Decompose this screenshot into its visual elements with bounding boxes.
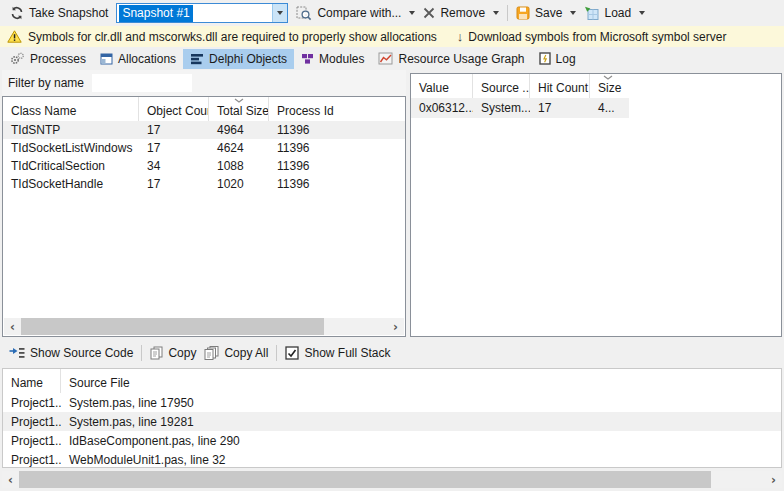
save-floppy-icon	[516, 6, 530, 20]
allocations-icon	[100, 53, 113, 65]
toolbar-separator	[141, 345, 142, 361]
scroll-right-arrow[interactable]: ›	[765, 471, 782, 488]
column-header-source-file[interactable]: Source File	[61, 369, 781, 393]
column-header-object-count[interactable]: Object Count	[139, 97, 209, 121]
tab-allocations-label: Allocations	[118, 52, 176, 66]
snapshot-combo-dropdown-button[interactable]	[272, 4, 287, 22]
cell-process-id: 11396	[269, 177, 405, 191]
cell-total-size: 4624	[209, 141, 269, 155]
table-row[interactable]: Project1... WebModuleUnit1.pas, line 32	[3, 450, 781, 469]
cell-name: Project1...	[3, 415, 61, 429]
cell-total-size: 4964	[209, 123, 269, 137]
sort-chevron-icon	[603, 75, 613, 80]
chevron-down-icon	[493, 11, 499, 15]
scroll-left-arrow[interactable]: ‹	[4, 318, 21, 335]
toolbar-separator	[507, 5, 508, 21]
tab-modules[interactable]: Modules	[294, 49, 371, 69]
tab-delphi-objects[interactable]: Delphi Objects	[183, 49, 294, 69]
column-header-name[interactable]: Name	[3, 369, 61, 393]
refresh-icon	[10, 6, 24, 20]
download-symbols-link[interactable]: ↓ Download symbols from Microsoft symbol…	[457, 29, 727, 44]
table-row[interactable]: TIdCriticalSection 34 1088 11396	[3, 157, 405, 175]
cell-total-size: 1088	[209, 159, 269, 173]
tab-log-label: Log	[556, 52, 576, 66]
column-header-total-size[interactable]: Total Size	[209, 97, 269, 121]
cell-name: Project1...	[3, 453, 61, 467]
remove-label: Remove	[440, 6, 485, 20]
save-label: Save	[535, 6, 562, 20]
column-header-size-label: Size	[598, 81, 621, 95]
tab-resource-usage-graph[interactable]: Resource Usage Graph	[371, 49, 531, 69]
tab-processes[interactable]: Processes	[3, 49, 93, 69]
tab-allocations[interactable]: Allocations	[93, 49, 183, 69]
copy-all-icon	[204, 346, 219, 360]
save-button[interactable]: Save	[512, 4, 580, 22]
cell-class-name: TIdSocketListWindows	[3, 141, 139, 155]
column-header-total-size-label: Total Size	[217, 104, 269, 118]
main-horizontal-scrollbar[interactable]: ‹ ›	[2, 471, 782, 488]
show-source-code-button[interactable]: Show Source Code	[5, 344, 137, 362]
warning-message: Symbols for clr.dll and mscorwks.dll are…	[28, 30, 437, 44]
instances-table: Value Source ... Hit Count Size 0x06312.…	[410, 73, 782, 337]
table-row[interactable]: TIdSocketHandle 17 1020 11396	[3, 175, 405, 193]
table-row[interactable]: Project1... System.pas, line 17950	[3, 393, 781, 412]
copy-label: Copy	[168, 346, 196, 360]
table-row[interactable]: Project1... IdBaseComponent.pas, line 29…	[3, 431, 781, 450]
cell-source: System...	[473, 101, 530, 115]
table-row[interactable]: TIdSocketListWindows 17 4624 11396	[3, 139, 405, 157]
checkbox-checked-icon	[285, 346, 299, 360]
take-snapshot-button[interactable]: Take Snapshot	[6, 4, 112, 22]
column-header-class-name[interactable]: Class Name	[3, 97, 139, 121]
column-header-source[interactable]: Source ...	[473, 74, 530, 98]
scrollbar-thumb[interactable]	[19, 471, 711, 488]
remove-button[interactable]: Remove	[419, 4, 503, 22]
column-header-size[interactable]: Size	[590, 74, 626, 98]
show-full-stack-label: Show Full Stack	[304, 346, 390, 360]
table-row[interactable]: 0x06312... System... 17 4...	[411, 98, 629, 118]
cell-source-file: WebModuleUnit1.pas, line 32	[61, 453, 781, 467]
filter-label: Filter by name	[8, 76, 84, 90]
load-label: Load	[604, 6, 631, 20]
load-button[interactable]: Load	[580, 4, 649, 22]
show-source-code-icon	[9, 347, 25, 360]
log-icon	[539, 52, 551, 65]
column-header-hit-count[interactable]: Hit Count	[530, 74, 590, 98]
scrollbar-track[interactable]	[711, 471, 765, 488]
table-row[interactable]: Project1... System.pas, line 19281	[3, 412, 781, 431]
compare-icon	[296, 6, 312, 21]
tab-processes-label: Processes	[30, 52, 86, 66]
column-header-value[interactable]: Value	[411, 74, 473, 98]
compare-with-button[interactable]: Compare with...	[292, 4, 419, 23]
cell-object-count: 17	[139, 123, 209, 137]
tab-log[interactable]: Log	[532, 49, 583, 69]
main-toolbar: Take Snapshot Snapshot #1 Compare with..…	[0, 0, 784, 26]
instances-table-header: Value Source ... Hit Count Size	[411, 74, 781, 98]
scroll-right-arrow[interactable]: ›	[387, 318, 404, 335]
filter-input[interactable]	[92, 74, 192, 92]
download-arrow-icon: ↓	[457, 29, 464, 44]
copy-all-label: Copy All	[224, 346, 268, 360]
symbols-warning-bar: Symbols for clr.dll and mscorwks.dll are…	[0, 26, 784, 47]
tab-modules-label: Modules	[319, 52, 364, 66]
remove-x-icon	[423, 7, 435, 19]
scroll-left-arrow[interactable]: ‹	[2, 471, 19, 488]
left-table-horizontal-scrollbar[interactable]: ‹ ›	[4, 318, 404, 335]
snapshot-combobox[interactable]: Snapshot #1	[116, 3, 288, 23]
tab-resource-usage-graph-label: Resource Usage Graph	[398, 52, 524, 66]
cell-process-id: 11396	[269, 141, 405, 155]
snapshot-combo-field[interactable]: Snapshot #1	[117, 4, 272, 22]
show-full-stack-toggle[interactable]: Show Full Stack	[281, 344, 394, 362]
scrollbar-thumb[interactable]	[21, 318, 324, 335]
sort-chevron-icon	[234, 98, 244, 103]
copy-all-button[interactable]: Copy All	[200, 344, 272, 362]
table-row[interactable]: TIdSNTP 17 4964 11396	[3, 121, 405, 139]
copy-button[interactable]: Copy	[146, 344, 200, 362]
cell-total-size: 1020	[209, 177, 269, 191]
cell-name: Project1...	[3, 434, 61, 448]
delphi-objects-table: Class Name Object Count Total Size Proce…	[2, 96, 406, 337]
tab-delphi-objects-label: Delphi Objects	[209, 52, 287, 66]
column-header-process-id[interactable]: Process Id	[269, 97, 405, 121]
cell-source-file: System.pas, line 17950	[61, 396, 781, 410]
scrollbar-track[interactable]	[324, 318, 387, 335]
gears-icon	[10, 52, 25, 65]
